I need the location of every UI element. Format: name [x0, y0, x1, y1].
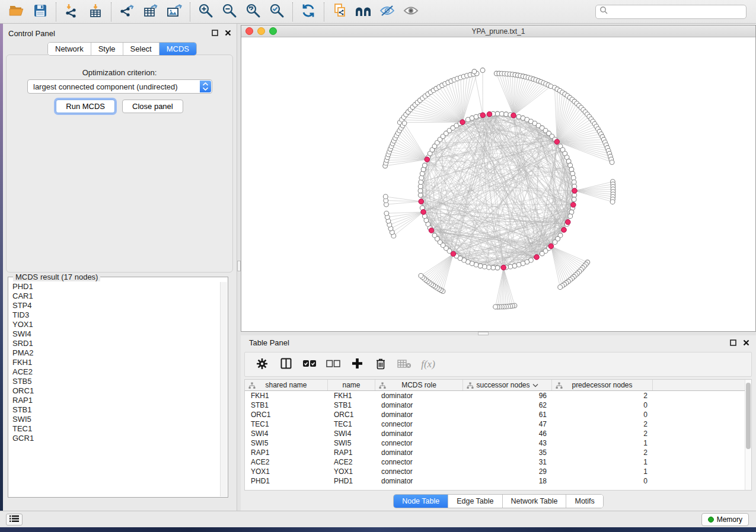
mcds-result-list[interactable]: PHD1CAR1STP4TID3YOX1SWI4SRD1PMA2FKH1ACE2… [9, 282, 220, 496]
save-session-button[interactable] [28, 2, 52, 22]
table-row[interactable]: SWI4SWI4dominator462 [245, 429, 745, 438]
table-cell[interactable]: 1 [552, 457, 653, 467]
table-cell[interactable]: FKH1 [245, 391, 328, 400]
close-panel-icon[interactable] [742, 338, 750, 347]
mcds-result-item[interactable]: GCR1 [9, 434, 220, 443]
table-cell[interactable]: SWI5 [245, 438, 328, 448]
tab-node-table[interactable]: Node Table [394, 495, 448, 508]
table-cell[interactable]: connector [375, 438, 463, 448]
table-cell[interactable]: 2 [552, 391, 653, 400]
table-cell[interactable]: dominator [375, 391, 463, 400]
mcds-result-item[interactable]: ORC1 [9, 386, 220, 396]
table-cell[interactable]: connector [375, 419, 463, 429]
table-cell[interactable]: SWI4 [328, 429, 375, 438]
tab-mcds[interactable]: MCDS [160, 43, 196, 55]
new-network-from-selection-button[interactable] [328, 2, 352, 22]
table-cell[interactable]: 1 [552, 438, 653, 448]
mcds-result-item[interactable]: YOX1 [9, 320, 220, 329]
table-cell[interactable]: ACE2 [245, 457, 328, 467]
mcds-result-item[interactable]: PMA2 [9, 348, 220, 358]
table-cell[interactable]: 61 [463, 410, 552, 419]
table-cell[interactable]: 0 [552, 476, 653, 486]
mcds-result-item[interactable]: SWI4 [9, 329, 220, 339]
close-panel-icon[interactable] [224, 28, 232, 37]
mcds-result-item[interactable]: TID3 [9, 310, 220, 320]
table-cell[interactable]: RAP1 [245, 448, 328, 457]
table-cell[interactable]: 18 [463, 476, 552, 486]
table-cell[interactable]: PHD1 [245, 476, 328, 486]
hide-selected-button[interactable] [375, 2, 399, 22]
table-cell[interactable]: 46 [463, 429, 552, 438]
table-cell[interactable]: YOX1 [328, 467, 375, 476]
network-window-titlebar[interactable]: YPA_prune.txt_1 [241, 25, 755, 37]
column-header-name[interactable]: name [328, 380, 375, 390]
table-row[interactable]: RAP1RAP1dominator352 [245, 448, 745, 457]
table-cell[interactable]: RAP1 [328, 448, 375, 457]
table-cell[interactable]: 62 [463, 400, 552, 410]
mcds-result-item[interactable]: RAP1 [9, 396, 220, 405]
table-cell[interactable]: 96 [463, 391, 552, 400]
table-cell[interactable]: dominator [375, 429, 463, 438]
table-cell[interactable]: 2 [552, 419, 653, 429]
column-header-MCDS-role[interactable]: MCDS role [375, 380, 463, 390]
table-settings-button[interactable] [253, 355, 271, 374]
mcds-result-item[interactable]: CAR1 [9, 291, 220, 301]
criterion-select[interactable]: largest connected component (undirected) [27, 79, 212, 94]
table-cell[interactable]: ORC1 [245, 410, 328, 419]
table-row[interactable]: ACE2ACE2connector311 [245, 457, 745, 467]
column-header-shared-name[interactable]: shared name [245, 380, 328, 390]
first-neighbors-button[interactable] [352, 2, 375, 22]
table-cell[interactable]: dominator [375, 448, 463, 457]
mcds-list-scrollbar[interactable] [220, 282, 227, 496]
table-row[interactable]: STB1STB1dominator620 [245, 400, 745, 410]
table-row[interactable]: PHD1PHD1dominator180 [245, 476, 745, 486]
mcds-result-item[interactable]: STP4 [9, 301, 220, 310]
select-all-button[interactable] [301, 355, 318, 374]
mcds-result-item[interactable]: STB5 [9, 377, 220, 386]
table-cell[interactable]: connector [375, 457, 463, 467]
table-cell[interactable]: dominator [375, 400, 463, 410]
table-row[interactable]: SWI5SWI5connector431 [245, 438, 745, 448]
tab-style[interactable]: Style [91, 43, 123, 55]
mcds-result-item[interactable]: SRD1 [9, 339, 220, 348]
zoom-in-button[interactable] [194, 2, 218, 22]
close-panel-button[interactable]: Close panel [122, 100, 183, 113]
export-image-button[interactable] [162, 2, 186, 22]
table-cell[interactable]: STB1 [245, 400, 328, 410]
table-row[interactable]: FKH1FKH1dominator962 [245, 391, 745, 400]
table-cell[interactable]: SWI5 [328, 438, 375, 448]
float-panel-icon[interactable] [210, 28, 219, 37]
tab-network[interactable]: Network [48, 43, 91, 55]
mcds-result-item[interactable]: TEC1 [9, 424, 220, 434]
export-table-button[interactable] [139, 2, 162, 22]
table-cell[interactable]: 29 [463, 467, 552, 476]
zoom-out-button[interactable] [218, 2, 241, 22]
function-builder-button[interactable]: f(x) [419, 355, 437, 374]
table-cell[interactable]: STB1 [328, 400, 375, 410]
network-canvas[interactable] [241, 37, 755, 331]
node-table[interactable]: shared namenameMCDS rolesuccessor nodesp… [244, 379, 752, 491]
delete-row-button[interactable] [372, 355, 390, 374]
table-cell[interactable]: 2 [552, 429, 653, 438]
table-row[interactable]: ORC1ORC1dominator610 [245, 410, 745, 419]
open-session-button[interactable] [5, 2, 28, 22]
mcds-result-item[interactable]: FKH1 [9, 358, 220, 367]
unselect-all-button[interactable] [324, 355, 342, 374]
table-cell[interactable]: 2 [552, 448, 653, 457]
zoom-selected-button[interactable] [265, 2, 289, 22]
tab-motifs[interactable]: Motifs [566, 495, 602, 508]
import-network-button[interactable] [60, 2, 84, 22]
mcds-result-item[interactable]: ACE2 [9, 367, 220, 377]
table-cell[interactable]: 47 [463, 419, 552, 429]
table-cell[interactable]: 1 [552, 467, 653, 476]
add-row-button[interactable] [348, 355, 366, 374]
table-cell[interactable]: SWI4 [245, 429, 328, 438]
table-cell[interactable]: FKH1 [328, 391, 375, 400]
network-search-box[interactable] [595, 5, 747, 19]
table-cell[interactable]: YOX1 [245, 467, 328, 476]
table-cell[interactable]: 43 [463, 438, 552, 448]
run-mcds-button[interactable]: Run MCDS [56, 100, 115, 113]
import-table-button[interactable] [84, 2, 107, 22]
table-cell[interactable]: 0 [552, 400, 653, 410]
table-cell[interactable]: TEC1 [245, 419, 328, 429]
